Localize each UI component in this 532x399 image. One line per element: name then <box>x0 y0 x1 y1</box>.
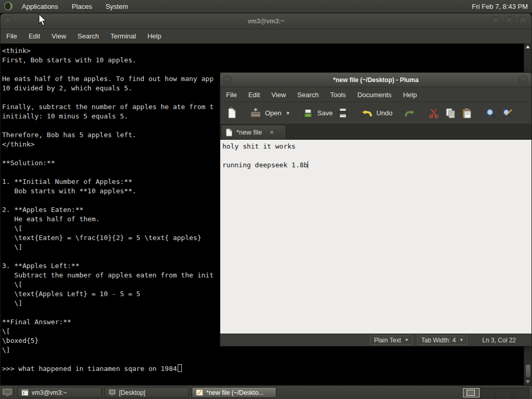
panel-clock[interactable]: Fri Feb 7, 8:43 PM <box>472 3 532 10</box>
find-button[interactable] <box>483 105 499 121</box>
mouse-pointer-icon <box>37 14 48 26</box>
undo-button[interactable]: Undo <box>358 105 394 121</box>
save-button-label: Save <box>317 109 333 117</box>
terminal-icon <box>21 389 29 396</box>
terminal-menu-file[interactable]: File <box>1 32 23 40</box>
minimize-button[interactable] <box>491 17 499 25</box>
scrollbar-thumb[interactable] <box>525 364 531 378</box>
pluma-menu-view[interactable]: View <box>265 91 291 99</box>
replace-button[interactable] <box>499 105 516 121</box>
pluma-titlebar[interactable]: *new file (~/Desktop) - Pluma <box>220 73 531 87</box>
workspace-switcher[interactable] <box>462 388 529 398</box>
pluma-window-title: *new file (~/Desktop) - Pluma <box>333 76 418 84</box>
top-panel: Applications Places System ⋮ Fri Feb 7, … <box>0 0 532 13</box>
maximize-button[interactable] <box>506 17 513 25</box>
terminal-line <box>2 355 524 364</box>
workspace-4[interactable] <box>512 388 528 397</box>
tab-width-label: Tab Width: 4 <box>421 337 456 344</box>
terminal-menu-edit[interactable]: Edit <box>23 32 46 40</box>
show-desktop-button[interactable] <box>0 386 15 399</box>
tab-close-icon[interactable]: × <box>270 128 274 136</box>
pluma-menu-search[interactable]: Search <box>291 91 324 99</box>
taskbar-button-terminal[interactable]: vm3@vm3:~ <box>17 387 102 398</box>
print-button[interactable] <box>335 105 351 121</box>
paste-icon <box>461 107 473 119</box>
panel-menu-applications[interactable]: Applications <box>15 0 65 13</box>
save-icon <box>302 107 314 119</box>
find-replace-icon <box>501 107 514 119</box>
pluma-menubar: File Edit View Search Tools Documents He… <box>220 87 531 102</box>
taskbar-button-pluma[interactable]: *new file (~/Deskto... <box>192 387 276 398</box>
redo-icon <box>404 107 416 119</box>
pluma-icon <box>196 389 203 396</box>
pluma-tabbar: *new file × <box>220 124 531 140</box>
tab-width-selector[interactable]: Tab Width: 4 ▼ <box>417 336 468 345</box>
new-document-button[interactable] <box>223 105 240 121</box>
close-button[interactable] <box>520 76 527 84</box>
terminal-cursor <box>178 364 182 372</box>
terminal-menu-terminal[interactable]: Terminal <box>105 32 142 40</box>
chevron-down-icon[interactable]: ▼ <box>286 111 290 116</box>
open-button-label: Open <box>265 109 282 117</box>
language-selector[interactable]: Plain Text ▼ <box>370 336 413 345</box>
paste-button[interactable] <box>459 105 475 121</box>
panel-menu-system[interactable]: System <box>99 0 135 13</box>
terminal-window-title: vm3@vm3:~ <box>248 18 285 25</box>
save-button[interactable]: Save <box>300 105 335 121</box>
printer-icon <box>337 107 349 119</box>
pluma-text-area[interactable]: holy shit it works running deepseek 1.8b <box>220 140 531 334</box>
terminal-line: <think> <box>2 46 524 56</box>
undo-icon <box>361 107 373 119</box>
desktop-icon <box>109 389 116 396</box>
pluma-menu-file[interactable]: File <box>220 91 243 99</box>
document-icon <box>225 128 233 137</box>
panel-handle: ⋮ <box>463 4 469 9</box>
cursor-position-label: Ln 3, Col 22 <box>482 337 516 344</box>
undo-button-label: Undo <box>376 109 392 117</box>
tab-label: *new file <box>236 128 262 136</box>
open-folder-icon <box>249 107 262 119</box>
terminal-line: \] <box>2 345 524 355</box>
window-menu-button[interactable] <box>4 17 11 25</box>
distro-menu-icon[interactable] <box>4 2 13 11</box>
terminal-menu-view[interactable]: View <box>46 32 72 40</box>
pluma-menu-edit[interactable]: Edit <box>243 91 265 99</box>
new-document-icon <box>225 107 238 119</box>
copy-icon <box>444 107 457 119</box>
terminal-titlebar[interactable]: vm3@vm3:~ <box>1 14 531 29</box>
copy-button[interactable] <box>442 105 459 121</box>
pluma-menu-help[interactable]: Help <box>397 91 423 99</box>
pluma-menu-tools[interactable]: Tools <box>325 91 352 99</box>
editor-line <box>222 151 531 161</box>
open-button[interactable]: Open ▼ <box>247 105 292 121</box>
workspace-2[interactable] <box>480 388 496 397</box>
workspace-1[interactable] <box>463 388 480 397</box>
redo-button[interactable] <box>402 105 418 121</box>
tab-new-file[interactable]: *new file × <box>221 125 286 139</box>
window-menu-button[interactable] <box>223 76 231 84</box>
editor-line: running deepseek 1.8b <box>222 161 531 170</box>
scroll-up-icon[interactable] <box>526 45 530 48</box>
scissors-icon <box>428 107 440 119</box>
workspace-window-thumbnail <box>467 390 475 396</box>
editor-line: holy shit it works <box>222 142 531 151</box>
chevron-down-icon: ▼ <box>459 338 463 342</box>
task-label: *new file (~/Deskto... <box>206 389 263 396</box>
close-button[interactable] <box>520 17 527 25</box>
workspace-3[interactable] <box>496 388 513 397</box>
panel-menu-places[interactable]: Places <box>65 0 99 13</box>
task-label: [Desktop] <box>119 389 145 396</box>
terminal-menubar: File Edit View Search Terminal Help <box>1 29 531 44</box>
chevron-down-icon: ▼ <box>405 338 409 342</box>
terminal-line: First, Bob starts with 10 apples. <box>2 56 524 65</box>
pluma-menu-documents[interactable]: Documents <box>352 91 397 99</box>
cut-button[interactable] <box>425 105 442 121</box>
pluma-window: *new file (~/Desktop) - Pluma File Edit … <box>220 72 532 347</box>
pluma-statusbar: Plain Text ▼ Tab Width: 4 ▼ Ln 3, Col 22 <box>220 334 531 346</box>
scroll-down-icon[interactable] <box>526 380 530 383</box>
terminal-menu-search[interactable]: Search <box>72 32 104 40</box>
pluma-toolbar: Open ▼ Save Undo <box>220 102 531 124</box>
terminal-menu-help[interactable]: Help <box>142 32 167 40</box>
taskbar-button-desktop[interactable]: [Desktop] <box>104 387 189 398</box>
show-desktop-icon <box>2 388 12 397</box>
